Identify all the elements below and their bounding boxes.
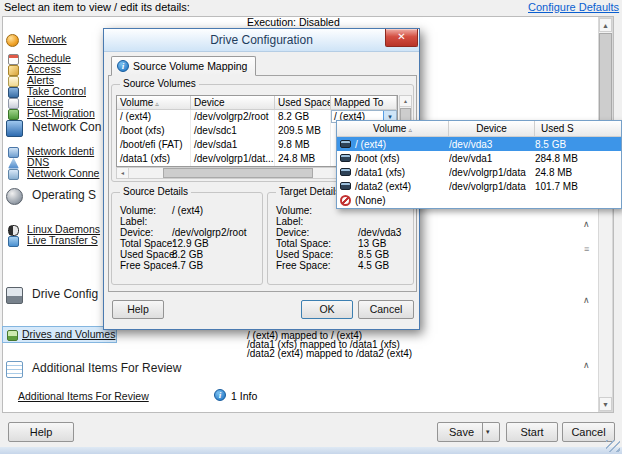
dropdown-item-none[interactable]: (None) xyxy=(337,193,621,207)
volume-icon xyxy=(340,168,351,176)
additional-items-icon xyxy=(6,361,23,378)
scroll-down-icon[interactable]: ▼ xyxy=(599,397,612,411)
dialog-help-button[interactable]: Help xyxy=(112,300,164,319)
scrollbar-thumb[interactable] xyxy=(163,168,313,178)
execution-status-text: Execution: Disabled xyxy=(247,16,340,28)
field-label: Volume: xyxy=(276,205,312,216)
field-label: Label: xyxy=(276,216,303,227)
section-title: Network Con xyxy=(32,120,101,134)
column-header-device[interactable]: Device xyxy=(191,96,275,109)
field-label: Free Space: xyxy=(276,260,330,271)
dropdown-column-volume[interactable]: Volume xyxy=(337,121,449,136)
save-split-divider xyxy=(482,422,483,442)
drives-volumes-icon xyxy=(7,330,18,341)
ok-button[interactable]: OK xyxy=(301,300,353,319)
sidebar-item-network[interactable]: Network xyxy=(6,33,67,47)
scroll-left-icon[interactable] xyxy=(117,168,129,178)
dropdown-item-used: 101.7 MB xyxy=(535,180,621,193)
vertical-scrollbar: ▲ ▼ xyxy=(598,17,613,412)
operating-system-icon xyxy=(6,188,23,205)
dropdown-item-volume: / (ext4) xyxy=(355,138,386,151)
scroll-up-icon[interactable]: ▲ xyxy=(599,18,612,32)
dropdown-item-device: /dev/volgrp1/data xyxy=(449,166,535,179)
close-icon[interactable] xyxy=(385,29,418,47)
field-value: 13 GB xyxy=(358,238,386,249)
collapse-chevron-icon[interactable] xyxy=(583,295,590,305)
cell-volume: /boot (xfs) xyxy=(117,124,191,138)
post-migration-icon xyxy=(8,109,19,120)
network-configuration-icon xyxy=(6,120,23,137)
cell-used-space: 8.2 GB xyxy=(275,110,331,124)
sidebar-item-label[interactable]: Network Conne xyxy=(27,167,99,179)
tab-source-volume-mapping[interactable]: Source Volume Mapping xyxy=(111,56,256,76)
cell-used-space: 24.8 MB xyxy=(275,152,331,166)
dropdown-item[interactable]: / (ext4) /dev/vda3 8.5 GB xyxy=(337,137,621,151)
dropdown-item-device: /dev/volgrp1/data xyxy=(449,180,535,193)
sidebar-item-label[interactable]: Live Transfer S xyxy=(27,234,98,246)
save-split-button[interactable]: Save ▾ xyxy=(437,422,500,442)
sidebar-item-drives-and-volumes[interactable]: Drives and Volumes xyxy=(2,326,117,343)
cancel-button[interactable]: Cancel xyxy=(562,422,615,442)
resize-grip[interactable] xyxy=(606,440,620,452)
grip-icon xyxy=(584,244,589,254)
group-label: Source Details xyxy=(120,186,191,197)
dialog-cancel-button[interactable]: Cancel xyxy=(358,300,414,319)
field-value: 4.5 GB xyxy=(358,260,389,271)
sidebar-item-label[interactable]: Post-Migration xyxy=(27,107,95,119)
field-label: Used Space: xyxy=(276,249,333,260)
column-header-volume[interactable]: Volume xyxy=(117,96,191,109)
section-drive-configuration: Drive Config xyxy=(6,287,98,304)
dialog-titlebar[interactable]: Drive Configuration xyxy=(104,29,419,52)
scrollbar-thumb[interactable] xyxy=(599,33,612,133)
field-label: Device: xyxy=(276,227,309,238)
dialog-title: Drive Configuration xyxy=(104,29,419,51)
help-button[interactable]: Help xyxy=(8,422,74,442)
info-icon xyxy=(214,389,226,401)
cell-volume: /boot/efi (FAT) xyxy=(117,138,191,152)
section-operating-system: Operating S xyxy=(6,188,96,205)
dropdown-item-volume: /data2 (ext4) xyxy=(355,180,411,193)
collapse-chevron-icon[interactable] xyxy=(583,360,590,370)
source-details-group: Source Details Volume: / (ext4) Label: D… xyxy=(111,192,263,285)
mapped-to-dropdown-list: Volume Device Used S / (ext4) /dev/vda3 … xyxy=(336,120,622,209)
section-additional-items: Additional Items For Review xyxy=(6,361,181,378)
dropdown-item[interactable]: /data1 (xfs) /dev/volgrp1/data 24.8 MB xyxy=(337,165,621,179)
column-header-mapped-to[interactable]: Mapped To xyxy=(331,96,397,109)
cell-device: /dev/volgrp1/dat... xyxy=(191,152,275,166)
sidebar-item-label[interactable]: Network xyxy=(28,33,67,45)
sidebar-item-network-connections[interactable]: Network Conne xyxy=(8,167,99,180)
scroll-up-icon[interactable] xyxy=(400,96,411,107)
column-header-used-space[interactable]: Used Space xyxy=(275,96,331,109)
dropdown-column-used-space[interactable]: Used S xyxy=(535,121,621,136)
sidebar-item-live-transfer[interactable]: Live Transfer S xyxy=(8,234,98,247)
field-label: Device: xyxy=(120,227,153,238)
dropdown-item-used: 24.8 MB xyxy=(535,166,621,179)
dropdown-item[interactable]: /data2 (ext4) /dev/volgrp1/data 101.7 MB xyxy=(337,179,621,193)
save-dropdown-icon[interactable]: ▾ xyxy=(486,423,490,441)
save-button[interactable]: Save xyxy=(437,422,500,442)
dropdown-column-device[interactable]: Device xyxy=(449,121,535,136)
group-label: Target Details xyxy=(276,186,343,197)
cell-device: /dev/volgrp2/root xyxy=(191,110,275,124)
cell-device: /dev/sda1 xyxy=(191,138,275,152)
field-label: Volume: xyxy=(120,205,156,216)
sidebar-item-label[interactable]: Drives and Volumes xyxy=(22,328,115,340)
field-value: /dev/vda3 xyxy=(358,227,401,238)
application-window: Select an item to view / edit its detail… xyxy=(0,0,622,454)
field-label: Used Space: xyxy=(120,249,177,260)
dropdown-item[interactable]: /boot (xfs) /dev/vda1 284.8 MB xyxy=(337,151,621,165)
configure-defaults-link[interactable]: Configure Defaults xyxy=(528,1,619,13)
field-value: /dev/volgrp2/root xyxy=(172,227,247,238)
sidebar-item-label[interactable]: Additional Items For Review xyxy=(18,390,149,402)
prohibited-icon xyxy=(340,195,351,206)
sidebar-item-post-migration[interactable]: Post-Migration xyxy=(8,107,95,120)
dropdown-item-used: 8.5 GB xyxy=(535,138,621,151)
cell-used-space: 209.5 MB xyxy=(275,124,331,138)
cell-device: /dev/sdc1 xyxy=(191,124,275,138)
group-label: Source Volumes xyxy=(120,78,199,89)
sidebar-item-additional-items-review[interactable]: Additional Items For Review xyxy=(18,390,149,402)
collapse-chevron-icon[interactable] xyxy=(583,219,590,229)
dropdown-item-volume: /data1 (xfs) xyxy=(355,166,405,179)
start-button[interactable]: Start xyxy=(506,422,558,442)
volume-icon xyxy=(340,182,351,190)
